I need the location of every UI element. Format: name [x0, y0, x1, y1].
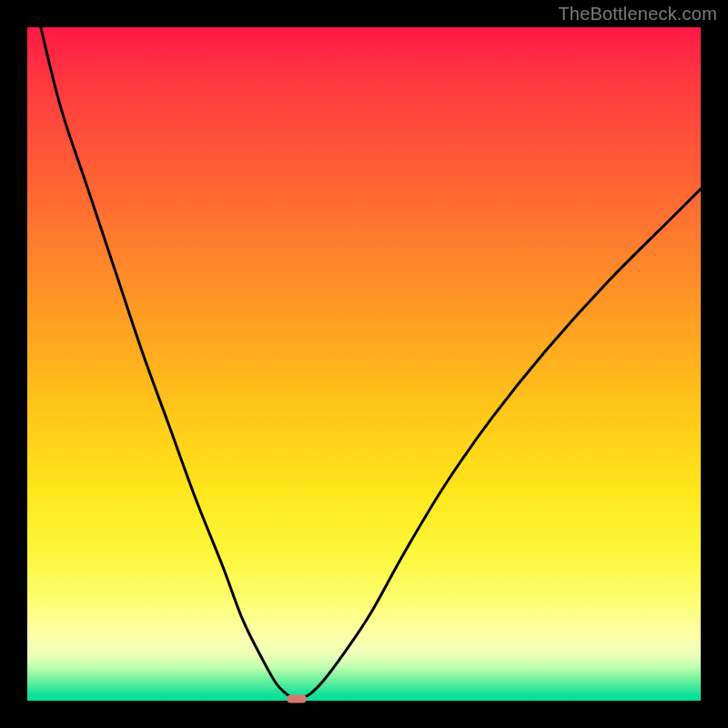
chart-frame: TheBottleneck.com — [0, 0, 728, 728]
plot-area — [27, 27, 701, 701]
curve-layer — [27, 27, 701, 701]
watermark-text: TheBottleneck.com — [558, 4, 717, 25]
curve-left — [41, 27, 294, 699]
curve-right — [300, 189, 701, 699]
optimal-marker — [287, 694, 307, 703]
